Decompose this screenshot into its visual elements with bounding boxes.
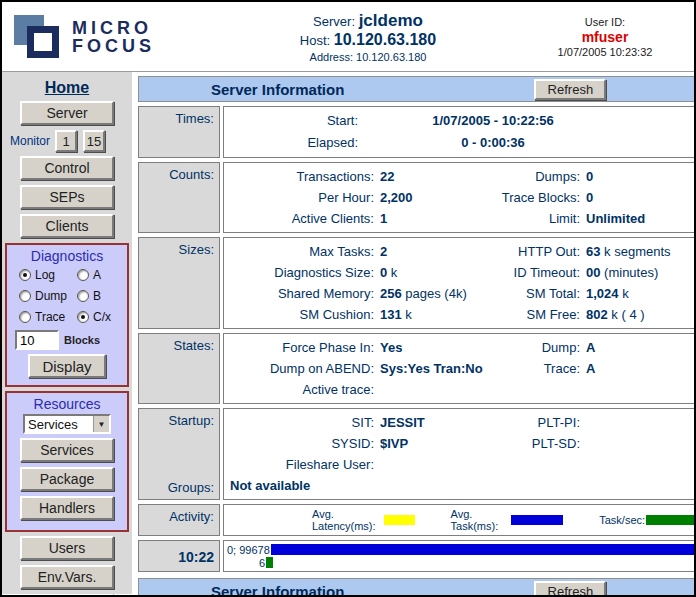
package-button[interactable]: Package [20, 467, 114, 491]
radio-cx[interactable]: C/x [77, 310, 125, 324]
sidebar: Home Server Monitor 1 15 Control SEPs Cl… [2, 72, 132, 594]
startup-row: SIT: JESSIT PLT-PI: [228, 412, 696, 433]
task-ms-bar [271, 544, 696, 555]
radio-log-icon[interactable] [19, 269, 31, 281]
radio-b[interactable]: B [77, 289, 125, 303]
radio-trace[interactable]: Trace [19, 310, 77, 324]
radio-log[interactable]: Log [19, 268, 77, 282]
blocks-row: Blocks [7, 330, 127, 350]
counts-row: Per Hour: 2,200 Trace Blocks: 0 [228, 187, 696, 208]
app-window: MICRO FOCUS Server: jcldemo Host: 10.120… [0, 0, 696, 597]
handlers-button[interactable]: Handlers [20, 496, 114, 520]
main-content: Server Information Refresh Times: Start:… [132, 72, 696, 594]
control-button[interactable]: Control [20, 156, 114, 180]
states-section-label: States: [138, 333, 220, 404]
monitor-row: Monitor 1 15 [2, 130, 132, 152]
radio-a-icon[interactable] [77, 269, 89, 281]
diagnostics-panel: Diagnostics Log A Dump [5, 243, 129, 387]
services-button[interactable]: Services [20, 438, 114, 462]
home-link[interactable]: Home [2, 79, 132, 97]
radio-dump-icon[interactable] [19, 290, 31, 302]
login-timestamp: 1/07/2005 10:23:32 [534, 46, 676, 58]
user-id-label: User ID: [534, 16, 676, 28]
counts-section: Counts: Transactions: 22 Dumps: 0 Per Ho… [138, 162, 696, 233]
startup-row: SYSID: $IVP PLT-SD: [228, 433, 696, 454]
times-section: Times: Start: 1/07/2005 - 10:22:56 Elaps… [138, 106, 696, 158]
task-ms-bar-row: 0; 99678 [227, 543, 696, 556]
user-id-value: mfuser [534, 29, 676, 45]
radio-dump[interactable]: Dump [19, 289, 77, 303]
legend-avg-latency: Avg. Latency(ms): [312, 508, 415, 532]
startup-section-label: Startup: [139, 413, 214, 428]
times-section-label: Times: [138, 106, 220, 158]
counts-row: Active Clients: 1 Limit: Unlimited [228, 208, 696, 229]
server-button[interactable]: Server [20, 101, 114, 125]
monitor-label: Monitor [10, 134, 50, 148]
env-vars-button[interactable]: Env.Vars. [20, 565, 114, 589]
states-row: Active trace: [228, 379, 696, 400]
latency-swatch [384, 515, 415, 525]
radio-b-icon[interactable] [77, 290, 89, 302]
task-swatch [511, 515, 563, 525]
resources-title: Resources [7, 396, 127, 412]
refresh-button-top[interactable]: Refresh [534, 79, 606, 100]
monitor-15-button[interactable]: 15 [83, 130, 105, 152]
sizes-row: Diagnostics Size: 0 k ID Timeout: 00 (mi… [228, 262, 696, 283]
clients-button[interactable]: Clients [20, 214, 114, 238]
resources-select[interactable]: Services ▼ [23, 414, 111, 434]
seps-button[interactable]: SEPs [20, 185, 114, 209]
resources-panel: Resources Services ▼ Services Package Ha… [5, 391, 129, 532]
states-row: Force Phase In: Yes Dump: A [228, 337, 696, 358]
radio-cx-icon[interactable] [77, 311, 89, 323]
host-value: 10.120.63.180 [334, 31, 436, 48]
blocks-label: Blocks [64, 334, 100, 346]
task-sec-swatch [646, 515, 696, 525]
activity-time-label: 10:22 [138, 540, 220, 572]
page-title: Server Information [211, 81, 344, 98]
address-line: Address: 10.120.63.180 [202, 51, 534, 63]
server-name-value: jcldemo [359, 11, 423, 30]
chevron-down-icon[interactable]: ▼ [93, 416, 109, 432]
activity-section: Activity: Avg. Latency(ms): Avg. Task(ms… [138, 504, 696, 536]
logo-text-focus: FOCUS [72, 37, 155, 55]
top-title-bar: Server Information Refresh [138, 76, 696, 102]
sizes-row: Shared Memory: 256 pages (4k) SM Total: … [228, 283, 696, 304]
bottom-title-bar: Server Information Refresh [138, 578, 696, 597]
sizes-section-label: Sizes: [138, 237, 220, 329]
diagnostics-radio-group: Log A Dump B [7, 268, 127, 324]
micro-focus-logo-icon [14, 13, 64, 61]
states-section: States: Force Phase In: Yes Dump: A Dump… [138, 333, 696, 404]
times-row: Start: 1/07/2005 - 10:22:56 [228, 110, 696, 132]
bottom-page-title: Server Information [211, 583, 344, 597]
user-info: User ID: mfuser 1/07/2005 10:23:32 [534, 16, 694, 58]
radio-a[interactable]: A [77, 268, 125, 282]
legend-avg-task: Avg. Task(ms): [451, 508, 564, 532]
legend-task-sec: Task/sec: [599, 514, 696, 526]
startup-row: Fileshare User: [228, 454, 696, 475]
micro-focus-logo: MICRO FOCUS [2, 13, 202, 61]
page-header: MICRO FOCUS Server: jcldemo Host: 10.120… [2, 2, 694, 72]
startup-section: Startup: Groups: SIT: JESSIT PLT-PI: SYS… [138, 408, 696, 500]
counts-section-label: Counts: [138, 162, 220, 233]
refresh-button-bottom[interactable]: Refresh [534, 581, 606, 597]
monitor-1-button[interactable]: 1 [55, 130, 77, 152]
counts-row: Transactions: 22 Dumps: 0 [228, 166, 696, 187]
task-sec-bar [266, 557, 273, 568]
sizes-row: Max Tasks: 2 HTTP Out: 63 k segments [228, 241, 696, 262]
activity-section-label: Activity: [138, 504, 220, 536]
radio-trace-icon[interactable] [19, 311, 31, 323]
diagnostics-title: Diagnostics [7, 248, 127, 264]
states-row: Dump on ABEND: Sys:Yes Tran:No Trace: A [228, 358, 696, 379]
times-row: Elapsed: 0 - 0:00:36 [228, 132, 696, 154]
sizes-row: SM Cushion: 131 k SM Free: 802 k ( 4 ) [228, 304, 696, 325]
host-line: Host: 10.120.63.180 [202, 31, 534, 49]
display-button[interactable]: Display [28, 354, 106, 378]
logo-text-micro: MICRO [72, 19, 155, 37]
users-button[interactable]: Users [20, 536, 114, 560]
resources-select-value: Services [25, 416, 93, 432]
task-sec-bar-row: 6 [227, 556, 696, 569]
server-identity: Server: jcldemo Host: 10.120.63.180 Addr… [202, 11, 534, 63]
groups-value: Not available [228, 475, 696, 496]
blocks-input[interactable] [15, 330, 59, 350]
server-name-line: Server: jcldemo [202, 11, 534, 31]
